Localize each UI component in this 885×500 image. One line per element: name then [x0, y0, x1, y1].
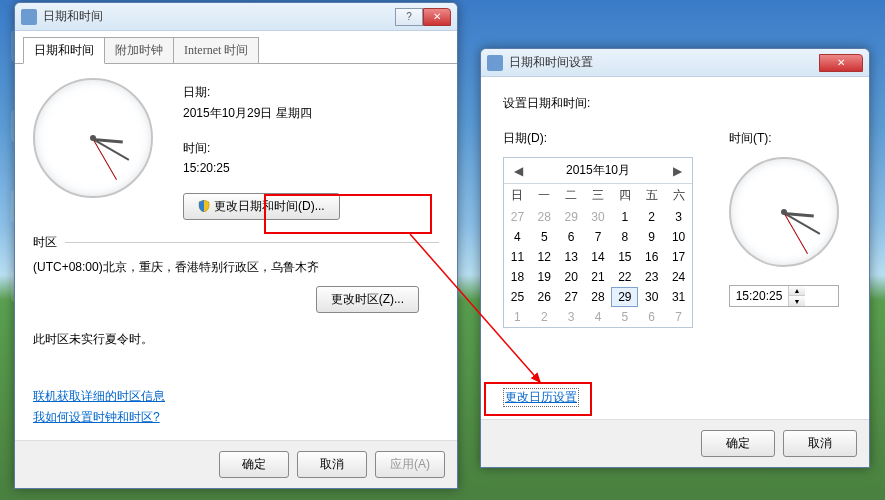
- window-icon: [487, 55, 503, 71]
- calendar-day[interactable]: 14: [585, 247, 612, 267]
- calendar-day[interactable]: 30: [585, 207, 612, 227]
- close-button[interactable]: ✕: [423, 8, 451, 26]
- cancel-button[interactable]: 取消: [783, 430, 857, 457]
- calendar-day[interactable]: 26: [531, 287, 558, 307]
- calendar-day[interactable]: 5: [611, 307, 638, 327]
- calendar-day[interactable]: 1: [611, 207, 638, 227]
- calendar-day[interactable]: 30: [638, 287, 665, 307]
- change-datetime-button[interactable]: 更改日期和时间(D)...: [183, 193, 340, 220]
- dialog-buttons: 确定 取消: [481, 419, 869, 467]
- time-value: 15:20:25: [183, 161, 340, 175]
- cancel-button[interactable]: 取消: [297, 451, 367, 478]
- calendar-day[interactable]: 28: [531, 207, 558, 227]
- tab-additional-clocks[interactable]: 附加时钟: [104, 37, 174, 63]
- date-value: 2015年10月29日 星期四: [183, 105, 340, 122]
- calendar-day[interactable]: 2: [531, 307, 558, 327]
- calendar-day[interactable]: 29: [611, 287, 638, 307]
- calendar-day[interactable]: 18: [504, 267, 531, 287]
- tab-strip: 日期和时间 附加时钟 Internet 时间: [15, 31, 457, 63]
- shield-icon: [198, 200, 210, 212]
- calendar-day[interactable]: 25: [504, 287, 531, 307]
- timezone-value: (UTC+08:00)北京，重庆，香港特别行政区，乌鲁木齐: [33, 259, 439, 276]
- calendar-dow-header: 五: [638, 184, 665, 207]
- apply-button[interactable]: 应用(A): [375, 451, 445, 478]
- calendar-day[interactable]: 5: [531, 227, 558, 247]
- calendar-dow-header: 一: [531, 184, 558, 207]
- dialog-buttons: 确定 取消 应用(A): [15, 440, 457, 488]
- ok-button[interactable]: 确定: [701, 430, 775, 457]
- dst-note: 此时区未实行夏令时。: [33, 331, 439, 348]
- window-title: 日期和时间: [43, 8, 395, 25]
- calendar-day[interactable]: 16: [638, 247, 665, 267]
- calendar-day[interactable]: 31: [665, 287, 692, 307]
- change-timezone-button[interactable]: 更改时区(Z)...: [316, 286, 419, 313]
- calendar-day[interactable]: 20: [558, 267, 585, 287]
- calendar-day[interactable]: 2: [638, 207, 665, 227]
- time-spin-down[interactable]: ▼: [789, 296, 805, 306]
- calendar-day[interactable]: 1: [504, 307, 531, 327]
- titlebar[interactable]: 日期和时间设置 ✕: [481, 49, 869, 77]
- calendar-day[interactable]: 4: [585, 307, 612, 327]
- date-label: 日期(D):: [503, 130, 693, 147]
- calendar-day[interactable]: 17: [665, 247, 692, 267]
- calendar-day[interactable]: 15: [611, 247, 638, 267]
- calendar-month-title: 2015年10月: [566, 162, 630, 179]
- date-time-window: 日期和时间 ? ✕ 日期和时间 附加时钟 Internet 时间 日期: 201…: [14, 2, 458, 489]
- calendar-day[interactable]: 28: [585, 287, 612, 307]
- calendar-dow-header: 二: [558, 184, 585, 207]
- online-tz-info-link[interactable]: 联机获取详细的时区信息: [33, 388, 165, 405]
- how-to-set-clock-link[interactable]: 我如何设置时钟和时区?: [33, 409, 160, 426]
- window-title: 日期和时间设置: [509, 54, 819, 71]
- calendar-day[interactable]: 19: [531, 267, 558, 287]
- close-button[interactable]: ✕: [819, 54, 863, 72]
- calendar-day[interactable]: 6: [558, 227, 585, 247]
- calendar-day[interactable]: 8: [611, 227, 638, 247]
- calendar-dow-header: 日: [504, 184, 531, 207]
- timezone-heading: 时区: [33, 234, 57, 251]
- next-month-button[interactable]: ▶: [669, 164, 686, 178]
- time-label: 时间:: [183, 140, 340, 157]
- calendar-day[interactable]: 27: [558, 287, 585, 307]
- help-button[interactable]: ?: [395, 8, 423, 26]
- time-input-field[interactable]: ▲ ▼: [729, 285, 839, 307]
- calendar-day[interactable]: 7: [585, 227, 612, 247]
- time-spin-up[interactable]: ▲: [789, 286, 805, 296]
- window-icon: [21, 9, 37, 25]
- calendar-day[interactable]: 21: [585, 267, 612, 287]
- calendar-day[interactable]: 29: [558, 207, 585, 227]
- calendar-day[interactable]: 13: [558, 247, 585, 267]
- calendar-dow-header: 四: [611, 184, 638, 207]
- calendar-day[interactable]: 27: [504, 207, 531, 227]
- titlebar[interactable]: 日期和时间 ? ✕: [15, 3, 457, 31]
- time-label: 时间(T):: [729, 130, 839, 147]
- calendar-day[interactable]: 6: [638, 307, 665, 327]
- time-input[interactable]: [730, 289, 788, 303]
- calendar-dow-header: 六: [665, 184, 692, 207]
- ok-button[interactable]: 确定: [219, 451, 289, 478]
- analog-clock: [729, 157, 839, 267]
- calendar-day[interactable]: 24: [665, 267, 692, 287]
- calendar-day[interactable]: 12: [531, 247, 558, 267]
- date-label: 日期:: [183, 84, 340, 101]
- analog-clock: [33, 78, 153, 198]
- calendar-dow-header: 三: [585, 184, 612, 207]
- calendar-day[interactable]: 9: [638, 227, 665, 247]
- settings-heading: 设置日期和时间:: [503, 95, 847, 112]
- calendar-day[interactable]: 22: [611, 267, 638, 287]
- datetime-settings-window: 日期和时间设置 ✕ 设置日期和时间: 日期(D): ◀ 2015年10月 ▶ 日…: [480, 48, 870, 468]
- calendar-settings-link[interactable]: 更改日历设置: [503, 388, 579, 407]
- calendar: ◀ 2015年10月 ▶ 日一二三四五六27282930123456789101…: [503, 157, 693, 328]
- calendar-day[interactable]: 11: [504, 247, 531, 267]
- calendar-day[interactable]: 3: [665, 207, 692, 227]
- calendar-day[interactable]: 7: [665, 307, 692, 327]
- tab-internet-time[interactable]: Internet 时间: [173, 37, 259, 63]
- calendar-day[interactable]: 3: [558, 307, 585, 327]
- calendar-day[interactable]: 4: [504, 227, 531, 247]
- calendar-day[interactable]: 23: [638, 267, 665, 287]
- calendar-day[interactable]: 10: [665, 227, 692, 247]
- prev-month-button[interactable]: ◀: [510, 164, 527, 178]
- tab-datetime[interactable]: 日期和时间: [23, 37, 105, 64]
